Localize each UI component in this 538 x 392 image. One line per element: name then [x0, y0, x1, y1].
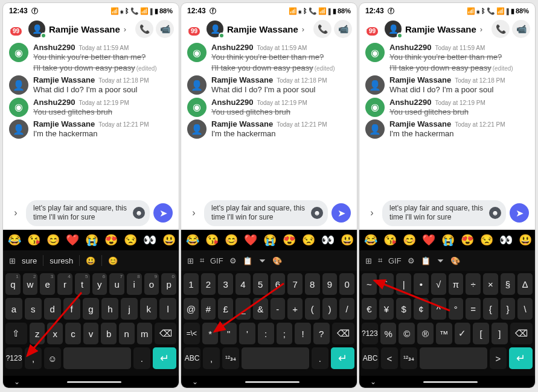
- emoji-suggestion[interactable]: 😭: [85, 233, 98, 247]
- message-author[interactable]: Anshu2290: [211, 43, 253, 52]
- key[interactable]: h: [101, 298, 118, 320]
- message-author[interactable]: Ramjie Wassane: [33, 75, 95, 84]
- emoji-picker-icon[interactable]: ☻: [311, 207, 323, 219]
- emoji-suggestion[interactable]: 😍: [283, 233, 296, 247]
- key[interactable]: 0: [339, 273, 354, 295]
- message-avatar[interactable]: 👤: [187, 75, 207, 95]
- key[interactable]: ): [322, 298, 338, 320]
- key[interactable]: w2: [23, 273, 38, 295]
- backspace-key[interactable]: ⌫: [155, 323, 176, 344]
- space-key[interactable]: [63, 347, 131, 369]
- key[interactable]: g: [83, 298, 100, 320]
- suggestion[interactable]: sure: [22, 256, 37, 265]
- toolbar-icon[interactable]: ⌗: [378, 256, 382, 265]
- key[interactable]: ×: [483, 273, 498, 295]
- key[interactable]: ;: [277, 323, 293, 344]
- emoji-suggestion[interactable]: 😭: [441, 233, 455, 247]
- key[interactable]: 5: [253, 273, 268, 295]
- emoji-suggestion[interactable]: 😒: [124, 233, 137, 247]
- key[interactable]: o9: [144, 273, 159, 295]
- toolbar-icon[interactable]: 📋: [243, 256, 252, 265]
- emoji-suggestion[interactable]: 👀: [143, 233, 156, 247]
- emoji-suggestion[interactable]: 😒: [480, 233, 493, 247]
- key[interactable]: ÷: [466, 273, 481, 295]
- key[interactable]: ,: [203, 347, 220, 369]
- message-avatar[interactable]: 👤: [365, 119, 385, 139]
- mode-switch-key[interactable]: ABC: [184, 347, 200, 369]
- key[interactable]: ¢: [414, 298, 429, 320]
- toolbar-icon[interactable]: GIF: [210, 256, 223, 265]
- emoji-suggestion[interactable]: 😭: [263, 233, 277, 247]
- key[interactable]: π: [449, 273, 464, 295]
- keyboard-menu-icon[interactable]: ⊞: [9, 256, 16, 265]
- nav-down-icon[interactable]: ⌄: [192, 378, 198, 386]
- key[interactable]: q1: [5, 273, 21, 295]
- nav-down-icon[interactable]: ⌄: [370, 378, 376, 386]
- key[interactable]: d: [44, 298, 61, 320]
- message-input[interactable]: let's play fair and square, this time I'…: [26, 200, 150, 226]
- key[interactable]: ®: [417, 323, 434, 344]
- video-call-button[interactable]: 📹: [334, 20, 352, 38]
- key[interactable]: x: [47, 323, 63, 344]
- key[interactable]: _: [235, 298, 251, 320]
- key[interactable]: ]: [492, 323, 508, 344]
- toolbar-icon[interactable]: GIF: [388, 256, 402, 265]
- nav-down-icon[interactable]: ⌄: [14, 378, 20, 386]
- message-author[interactable]: Anshu2290: [389, 43, 431, 52]
- key[interactable]: ☺: [44, 347, 61, 369]
- emoji-suggestion[interactable]: 😊: [225, 233, 238, 247]
- key[interactable]: %: [380, 323, 397, 344]
- voice-call-button[interactable]: 📞: [135, 20, 153, 38]
- video-call-button[interactable]: 📹: [156, 20, 174, 38]
- emoji-picker-icon[interactable]: ☻: [133, 207, 145, 219]
- key[interactable]: [: [473, 323, 489, 344]
- key[interactable]: c: [65, 323, 81, 344]
- key[interactable]: \: [517, 298, 533, 320]
- key[interactable]: {: [483, 298, 498, 320]
- key[interactable]: l: [159, 298, 176, 320]
- message-avatar[interactable]: ◉: [187, 43, 207, 62]
- emoji-suggestion[interactable]: 👀: [499, 233, 513, 247]
- key[interactable]: 3: [218, 273, 233, 295]
- message-avatar[interactable]: ◉: [365, 98, 385, 117]
- key[interactable]: =: [466, 298, 481, 320]
- voice-call-button[interactable]: 📞: [313, 20, 331, 38]
- space-key[interactable]: [420, 347, 487, 369]
- shift-key[interactable]: ⇧: [5, 323, 27, 344]
- emoji-suggestion[interactable]: 😃: [519, 233, 532, 247]
- toolbar-icon[interactable]: ⌗: [200, 256, 204, 265]
- back-button[interactable]: ←99: [186, 22, 204, 36]
- key[interactable]: t5: [75, 273, 90, 295]
- key[interactable]: u7: [109, 273, 124, 295]
- message-input[interactable]: let's play fair and square, this time I'…: [382, 200, 506, 226]
- key[interactable]: €: [362, 298, 377, 320]
- backspace-key[interactable]: ⌫: [510, 323, 533, 344]
- key[interactable]: .: [312, 347, 328, 369]
- key[interactable]: ¥: [379, 298, 394, 320]
- key[interactable]: s: [25, 298, 42, 320]
- message-avatar[interactable]: ◉: [9, 43, 28, 62]
- toolbar-icon[interactable]: ⏷: [437, 256, 444, 265]
- back-button[interactable]: ←99: [364, 22, 382, 36]
- enter-key[interactable]: ↵: [509, 347, 533, 369]
- enter-key[interactable]: ↵: [331, 347, 354, 369]
- key[interactable]: ✓: [455, 323, 471, 344]
- key[interactable]: ,: [25, 347, 42, 369]
- emoji-suggestion[interactable]: 😘: [383, 233, 397, 247]
- key[interactable]: ©: [399, 323, 415, 344]
- key[interactable]: e3: [40, 273, 55, 295]
- numpad-key[interactable]: ¹²₃₄: [400, 347, 417, 369]
- keyboard-menu-icon[interactable]: ⊞: [187, 256, 194, 265]
- key[interactable]: z: [30, 323, 45, 344]
- message-avatar[interactable]: ◉: [9, 98, 28, 117]
- expand-button[interactable]: ›: [365, 202, 379, 224]
- message-input[interactable]: let's play fair and square, this time I'…: [204, 200, 328, 226]
- key[interactable]: :: [258, 323, 274, 344]
- message-avatar[interactable]: 👤: [9, 75, 28, 95]
- send-button[interactable]: ➤: [153, 203, 173, 223]
- expand-button[interactable]: ›: [187, 202, 200, 224]
- key[interactable]: $: [396, 298, 411, 320]
- key[interactable]: &: [253, 298, 268, 320]
- key[interactable]: 8: [305, 273, 320, 295]
- key[interactable]: v: [83, 323, 99, 344]
